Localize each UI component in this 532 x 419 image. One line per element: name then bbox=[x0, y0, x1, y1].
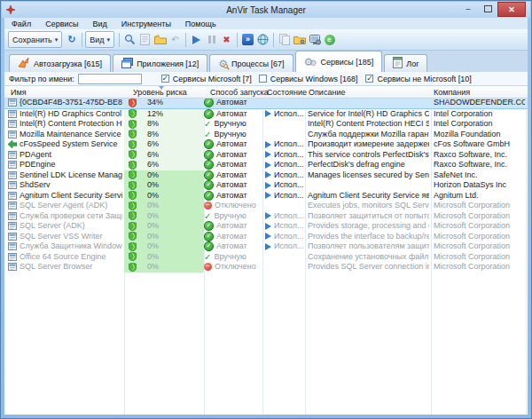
service-row[interactable]: cFosSpeed System Service6%✓АвтоматИспол.… bbox=[4, 139, 528, 150]
service-state bbox=[265, 130, 304, 140]
service-row[interactable]: SQL Server (ADK)0%✓АвтоматИспол...Provid… bbox=[4, 221, 528, 232]
service-row[interactable]: ShdServ0%✓АвтоматИспол...Horizon DataSys… bbox=[4, 180, 528, 191]
service-name: Sentinel LDK License Manager bbox=[8, 170, 122, 181]
service-description: Производит измерение задержек и в... bbox=[308, 139, 429, 150]
risk-shield-icon bbox=[129, 232, 137, 241]
tab-autostart[interactable]: Автозагрузка [615] bbox=[9, 54, 111, 72]
service-row[interactable]: Служба Защитника Windows0%✓АвтоматИспол.… bbox=[4, 241, 528, 252]
risk-shield-icon bbox=[129, 150, 137, 159]
startup-disabled-icon: − bbox=[204, 263, 212, 271]
service-row[interactable]: Sentinel LDK License Manager0%✓АвтоматИс… bbox=[4, 170, 528, 181]
service-row[interactable]: Intel(R) Content Protection HECI Service… bbox=[4, 119, 528, 130]
save-button[interactable]: Сохранить▾ bbox=[8, 31, 62, 48]
service-row[interactable]: Mozilla Maintenance Service8%✓ВручнуюСлу… bbox=[4, 130, 528, 140]
open-folder-icon[interactable] bbox=[153, 32, 168, 47]
column-header-company[interactable]: Компания bbox=[434, 88, 470, 97]
risk-level: 34% bbox=[124, 98, 204, 108]
copy-icon[interactable] bbox=[277, 32, 292, 47]
service-row[interactable]: Agnitum Client Security Service0%✓Автома… bbox=[4, 191, 528, 202]
risk-shield-icon bbox=[129, 140, 137, 149]
service-row[interactable]: Служба проверки сети Защитника Win...0%✓… bbox=[4, 211, 528, 222]
menu-help[interactable]: Помощь bbox=[178, 20, 223, 28]
running-icon bbox=[265, 141, 271, 148]
service-row[interactable]: Office 64 Source Engine0%✓ВручнуюСохране… bbox=[4, 252, 528, 263]
close-button[interactable]: ✕ bbox=[497, 2, 526, 17]
risk-level: 0% bbox=[124, 232, 204, 242]
tab-applications[interactable]: Приложения [12] bbox=[113, 54, 207, 72]
plugin-icon[interactable]: e bbox=[322, 32, 337, 47]
service-description: Служба поддержки Mozilla гарантиру... bbox=[308, 130, 429, 140]
risk-level: 8% bbox=[124, 130, 204, 140]
service-icon bbox=[8, 171, 17, 179]
checkbox-services-microsoft[interactable]: ✓Сервисы Microsoft [7] bbox=[161, 75, 252, 83]
tab-processes[interactable]: ⚙ Процессы [67] bbox=[209, 54, 293, 72]
service-state: Испол... bbox=[265, 241, 304, 252]
startup-auto-icon: ✓ bbox=[204, 139, 214, 149]
startup-type: ✓Вручную bbox=[204, 130, 262, 140]
checkbox-services-windows[interactable]: Сервисы Windows [168] bbox=[259, 75, 358, 83]
minimize-button[interactable]: – bbox=[458, 2, 478, 15]
tab-log[interactable]: Лог bbox=[384, 54, 427, 72]
running-icon bbox=[265, 233, 271, 240]
service-name: SQL Server Browser bbox=[8, 262, 122, 273]
remote-computer-icon[interactable] bbox=[307, 32, 322, 47]
startup-type: ✓Автомат bbox=[204, 180, 262, 191]
search-icon[interactable] bbox=[122, 32, 137, 47]
refresh-icon[interactable]: ↻ bbox=[64, 32, 79, 47]
service-state: Испол... bbox=[265, 150, 304, 161]
startup-type: ✓Автомат bbox=[204, 109, 262, 120]
menu-services[interactable]: Сервисы bbox=[38, 20, 85, 28]
startup-type: ✓Вручную bbox=[204, 211, 262, 222]
undo-icon[interactable]: ↶ bbox=[168, 32, 183, 47]
service-state bbox=[265, 201, 304, 211]
column-header-startup[interactable]: Способ запуска bbox=[210, 88, 269, 97]
menu-tools[interactable]: Инструменты bbox=[114, 20, 178, 28]
pause-service-icon[interactable] bbox=[204, 32, 219, 47]
service-icon bbox=[8, 151, 17, 159]
service-name: SQL Server Agent (ADK) bbox=[8, 201, 122, 211]
properties-icon[interactable] bbox=[137, 32, 153, 47]
view-button[interactable]: Вид▾ bbox=[85, 31, 114, 48]
startup-type: ✓Автомат bbox=[204, 98, 262, 108]
column-header-state[interactable]: Состояние bbox=[267, 88, 307, 97]
column-header-description[interactable]: Описание bbox=[309, 88, 345, 97]
service-row[interactable]: SQL Server Agent (ADK)0%−ОтключеноExecut… bbox=[4, 201, 528, 211]
menu-file[interactable]: Файл bbox=[4, 20, 38, 28]
risk-level: 6% bbox=[124, 150, 204, 161]
menu-view[interactable]: Вид bbox=[85, 20, 113, 28]
online-check-icon[interactable] bbox=[255, 32, 270, 47]
service-row[interactable]: SQL Server Browser0%−ОтключеноProvides S… bbox=[4, 262, 528, 273]
risk-shield-icon bbox=[129, 191, 137, 200]
filter-name-input[interactable] bbox=[78, 74, 142, 84]
startup-type: ✓Автомат bbox=[204, 170, 262, 181]
service-description: This service controls PerfectDisk's sche… bbox=[308, 150, 429, 161]
service-description: Service for Intel(R) HD Graphics Contro.… bbox=[308, 109, 429, 120]
risk-level: 6% bbox=[124, 139, 204, 150]
service-company: Microsoft Corporation bbox=[434, 221, 525, 232]
service-name: cFosSpeed System Service bbox=[8, 139, 122, 150]
service-row[interactable]: SQL Server VSS Writer0%✓АвтоматИспол...P… bbox=[4, 232, 528, 242]
services-table: Имя Уровень риска Способ запуска Состоян… bbox=[4, 86, 528, 415]
service-row[interactable]: Intel(R) HD Graphics Control Panel Servi… bbox=[4, 109, 528, 120]
tab-services[interactable]: ⚙⚙ Сервисы [185] bbox=[295, 51, 383, 72]
folder-gear-icon[interactable] bbox=[292, 32, 307, 47]
title-bar: AnVir Task Manager – ✕ bbox=[2, 2, 530, 18]
maximize-button[interactable] bbox=[478, 2, 497, 15]
quarantine-icon[interactable]: » bbox=[240, 32, 255, 47]
service-company: Microsoft Corporation bbox=[434, 241, 525, 252]
service-row[interactable]: {0CBD4F4B-3751-475D-BE8B-4F271385B6...34… bbox=[4, 97, 528, 109]
service-name: {0CBD4F4B-3751-475D-BE8B-4F271385B6... bbox=[8, 98, 122, 108]
startup-type: −Отключено bbox=[204, 201, 262, 211]
risk-shield-icon bbox=[129, 211, 137, 220]
service-name: Agnitum Client Security Service bbox=[8, 191, 122, 202]
column-header-risk[interactable]: Уровень риска bbox=[133, 88, 187, 97]
startup-auto-icon: ✓ bbox=[204, 150, 214, 160]
service-description bbox=[308, 180, 429, 191]
service-row[interactable]: PDAgent6%✓АвтоматИспол...This service co… bbox=[4, 150, 528, 161]
column-header-name[interactable]: Имя bbox=[11, 88, 27, 97]
start-service-icon[interactable] bbox=[189, 32, 204, 47]
stop-service-icon[interactable]: ✖ bbox=[219, 32, 234, 47]
checkbox-services-non-microsoft[interactable]: ✓Сервисы не Microsoft [10] bbox=[365, 75, 471, 83]
running-icon bbox=[265, 212, 271, 219]
service-row[interactable]: PDEngine6%✓АвтоматИспол...PerfectDisk's … bbox=[4, 160, 528, 170]
